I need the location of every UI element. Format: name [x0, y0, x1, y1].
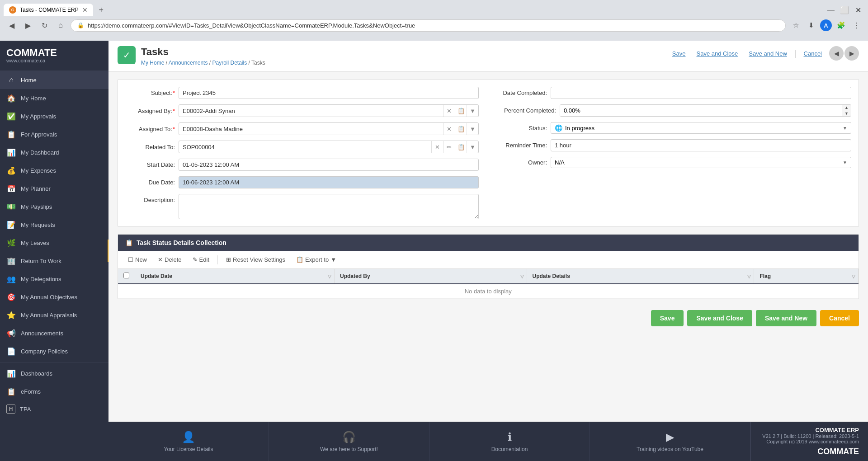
sidebar-toggle-button[interactable]: ◀: [108, 240, 108, 262]
sidebar-item-leaves[interactable]: 🌿 My Leaves: [0, 234, 108, 252]
percent-down-button[interactable]: ▼: [842, 111, 851, 117]
sidebar: COMMATE www.commate.ca ⌂ Home 🏠 My Home …: [0, 41, 108, 461]
related-to-edit[interactable]: ✏: [443, 141, 455, 153]
header-save-close-button[interactable]: Save and Close: [693, 48, 742, 59]
footer-documentation[interactable]: ℹ Documentation: [429, 422, 590, 461]
window-close-button[interactable]: ✕: [852, 4, 864, 16]
save-new-button[interactable]: Save and New: [756, 310, 816, 326]
footer-youtube[interactable]: ▶ Training videos on YouTube: [590, 422, 750, 461]
sidebar-item-requests[interactable]: 📝 My Requests: [0, 216, 108, 234]
filter-flag-icon[interactable]: ▽: [852, 274, 855, 279]
new-record-button[interactable]: ☐ New: [123, 254, 151, 265]
sidebar-item-expenses[interactable]: 💰 My Expenses: [0, 161, 108, 179]
forward-button[interactable]: ▶: [22, 19, 34, 32]
related-to-input[interactable]: [179, 141, 431, 153]
due-date-select[interactable]: 10-06-2023 12:00 AM: [179, 176, 479, 188]
profile-button[interactable]: A: [820, 19, 832, 31]
header-save-new-button[interactable]: Save and New: [745, 48, 791, 59]
breadcrumb-myhome[interactable]: My Home: [141, 60, 164, 66]
owner-dropdown-icon[interactable]: ▼: [843, 160, 847, 165]
start-date-select[interactable]: 01-05-2023 12:00 AM: [179, 159, 479, 171]
no-data-row: No data to display: [118, 284, 859, 299]
browser-tab[interactable]: C Tasks - COMMATE ERP ✕: [4, 4, 93, 16]
no-data-message: No data to display: [118, 284, 859, 299]
window-maximize-button[interactable]: ⬜: [838, 4, 851, 16]
percent-up-button[interactable]: ▲: [842, 105, 851, 111]
delete-record-button[interactable]: ✕ Delete: [153, 254, 186, 265]
eforms-icon: 📋: [6, 386, 16, 396]
date-completed-select[interactable]: [551, 87, 851, 99]
sidebar-item-companypolicies[interactable]: 📄 Company Policies: [0, 342, 108, 360]
assigned-by-input[interactable]: [179, 105, 443, 117]
bookmark-button[interactable]: ☆: [789, 19, 802, 32]
status-row: Status: 🌐 In progress ▼: [497, 122, 851, 134]
footer-support[interactable]: 🎧 We are here to Support!: [269, 422, 429, 461]
sidebar-item-eforms[interactable]: 📋 eForms: [0, 382, 108, 400]
related-to-lookup[interactable]: 📋: [455, 141, 467, 153]
percent-input[interactable]: [560, 105, 842, 116]
menu-button[interactable]: ⋮: [850, 19, 863, 32]
refresh-button[interactable]: ↻: [38, 19, 51, 32]
assigned-to-dropdown[interactable]: ▼: [467, 123, 478, 135]
edit-record-button[interactable]: ✎ Edit: [188, 254, 214, 265]
back-button[interactable]: ◀: [5, 19, 18, 32]
address-bar[interactable]: 🔒 https://demo.commateerp.com/#ViewID=Ta…: [71, 19, 786, 32]
sidebar-item-myhome[interactable]: 🏠 My Home: [0, 89, 108, 107]
percent-row: Percent Completed: ▲ ▼: [497, 104, 851, 117]
related-to-clear[interactable]: ✕: [431, 141, 443, 153]
home-button[interactable]: ⌂: [54, 19, 67, 32]
export-button[interactable]: 📋 Export to ▼: [292, 254, 341, 265]
reminder-select[interactable]: 1 hour: [551, 139, 851, 151]
filter-update-details-icon[interactable]: ▽: [747, 274, 751, 279]
breadcrumb-announcements[interactable]: Announcements: [169, 60, 208, 66]
assigned-by-lookup[interactable]: 📋: [455, 105, 467, 117]
download-button[interactable]: ⬇: [805, 19, 817, 32]
sidebar-item-annualappraisals[interactable]: ⭐ My Annual Appraisals: [0, 306, 108, 324]
footer-license-details[interactable]: 👤 Your License Details: [108, 422, 269, 461]
assigned-to-input[interactable]: [179, 123, 443, 135]
sidebar-item-tpa[interactable]: H TPA: [0, 400, 108, 418]
payslips-icon: 💵: [6, 202, 16, 212]
header-cancel-button[interactable]: Cancel: [800, 48, 826, 59]
sidebar-item-forapprovals[interactable]: 📋 For Approvals: [0, 125, 108, 143]
filter-updated-by-icon[interactable]: ▽: [520, 274, 524, 279]
cancel-button[interactable]: Cancel: [820, 310, 859, 326]
extensions-button[interactable]: 🧩: [835, 19, 847, 32]
assigned-by-clear[interactable]: ✕: [443, 105, 455, 117]
sidebar-item-delegations[interactable]: 👥 My Delegations: [0, 270, 108, 288]
description-input[interactable]: [179, 194, 479, 219]
status-dropdown-icon[interactable]: ▼: [843, 126, 847, 131]
tab-close-button[interactable]: ✕: [82, 6, 88, 14]
new-tab-button[interactable]: +: [95, 4, 108, 16]
status-value: In progress: [565, 125, 594, 132]
nav-prev-button[interactable]: ◀: [829, 46, 844, 61]
assigned-to-clear[interactable]: ✕: [443, 123, 455, 135]
sidebar-item-announcements[interactable]: 📢 Announcements: [0, 324, 108, 342]
sidebar-item-home[interactable]: ⌂ Home: [0, 71, 108, 89]
filter-update-date-icon[interactable]: ▽: [328, 274, 331, 279]
assigned-by-dropdown[interactable]: ▼: [467, 105, 478, 117]
nav-next-button[interactable]: ▶: [844, 46, 859, 61]
window-minimize-button[interactable]: —: [825, 4, 837, 16]
sidebar-item-planner[interactable]: 📅 My Planner: [0, 179, 108, 198]
assigned-to-lookup[interactable]: 📋: [455, 123, 467, 135]
owner-value: N/A: [555, 159, 565, 166]
save-close-button[interactable]: Save and Close: [687, 310, 752, 326]
related-to-dropdown[interactable]: ▼: [467, 141, 478, 153]
breadcrumb-payrolldetails[interactable]: Payroll Details: [212, 60, 247, 66]
select-all-checkbox[interactable]: [123, 273, 129, 278]
sidebar-item-dashboard[interactable]: 📊 My Dashboard: [0, 143, 108, 161]
sidebar-item-myapprovals[interactable]: ✅ My Approvals: [0, 107, 108, 125]
assigned-to-label: Assigned To:: [125, 126, 175, 132]
save-button[interactable]: Save: [651, 310, 684, 326]
sidebar-item-label: Company Policies: [21, 348, 68, 355]
main-content: ✓ Tasks My Home / Announcements / Payrol…: [108, 41, 868, 461]
sidebar-item-dashboards[interactable]: 📊 Dashboards: [0, 364, 108, 382]
sidebar-item-label: TPA: [20, 406, 31, 413]
sidebar-item-annualobjectives[interactable]: 🎯 My Annual Objectives: [0, 288, 108, 306]
header-save-button[interactable]: Save: [669, 48, 689, 59]
sidebar-item-payslips[interactable]: 💵 My Payslips: [0, 198, 108, 216]
sidebar-item-returntowork[interactable]: 🏢 Return To Work: [0, 252, 108, 270]
subject-input[interactable]: [179, 87, 479, 99]
reset-view-button[interactable]: ⊞ Reset View Settings: [222, 254, 290, 265]
